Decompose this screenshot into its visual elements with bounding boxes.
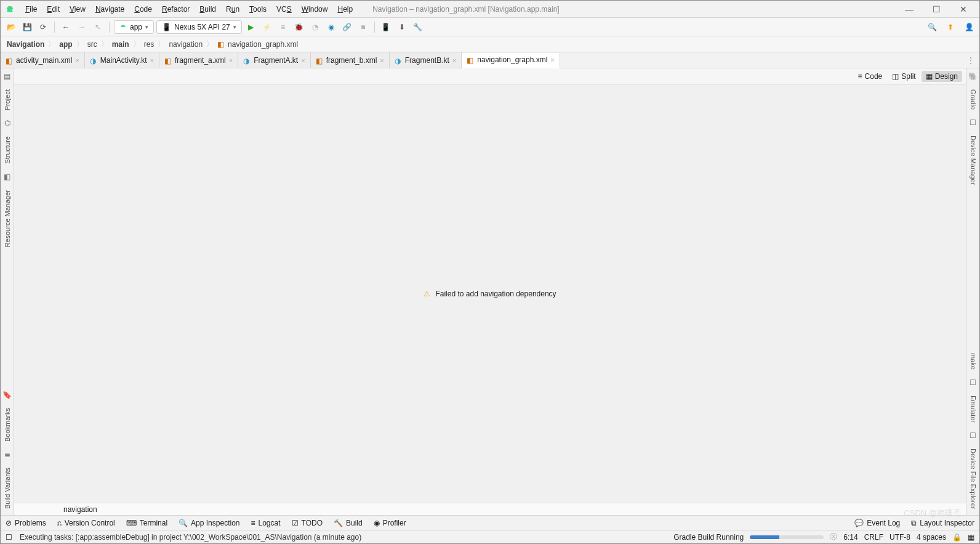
tabs-more-icon[interactable]: ⋮ (962, 56, 979, 65)
close-button[interactable]: ✕ (955, 4, 972, 14)
minimize-button[interactable]: — (901, 4, 918, 14)
menu-run[interactable]: Run (221, 4, 244, 15)
logcat-icon: ≡ (251, 519, 255, 527)
menu-build[interactable]: Build (195, 4, 221, 15)
tool-device-file-explorer[interactable]: Device File Explorer (970, 446, 977, 511)
tool-structure[interactable]: Structure (4, 134, 11, 166)
editor-area: ≡Code ◫Split ▦Design ⚠ Failed to add nav… (14, 68, 966, 515)
menu-vcs[interactable]: VCS (271, 4, 297, 15)
tool-terminal[interactable]: ⌨Terminal (126, 519, 167, 527)
status-icon[interactable]: ☐ (6, 533, 12, 542)
open-icon[interactable]: 📂 (4, 20, 18, 34)
cancel-icon[interactable]: ⓧ (830, 532, 837, 542)
memory-icon[interactable]: ▦ (968, 533, 974, 542)
app-logo-icon (4, 4, 15, 15)
menu-navigate[interactable]: Navigate (90, 4, 129, 15)
vcs-icon: ⎌ (57, 519, 62, 527)
breadcrumb-item[interactable]: navigation_graph.xml (228, 40, 298, 49)
menu-edit[interactable]: Edit (42, 4, 65, 15)
tool-todo[interactable]: ☑TODO (292, 519, 323, 527)
resource-icon: ◧ (4, 173, 10, 181)
sdk-manager-icon[interactable]: ⬇ (395, 20, 409, 34)
account-icon[interactable]: 👤 (962, 20, 976, 34)
breadcrumb-item[interactable]: main (112, 40, 129, 49)
tool-event-log[interactable]: 💬Event Log (854, 519, 900, 527)
tool-logcat[interactable]: ≡Logcat (251, 519, 280, 527)
view-code[interactable]: ≡Code (854, 71, 887, 82)
tool-device-manager[interactable]: Device Manager (970, 133, 977, 187)
tool-app-inspection[interactable]: 🔍App Inspection (179, 519, 239, 527)
tool-problems[interactable]: ⊘Problems (6, 519, 46, 527)
sync-icon[interactable]: ⟳ (36, 20, 50, 34)
stop-icon[interactable]: ■ (356, 20, 370, 34)
tab-activity-main[interactable]: ◧activity_main.xml× (1, 52, 85, 68)
device-selector[interactable]: 📱 Nexus 5X API 27 ▾ (156, 20, 242, 34)
tool-emulator[interactable]: Emulator (970, 393, 977, 425)
menu-code[interactable]: Code (129, 4, 157, 15)
tool-build[interactable]: 🔨Build (334, 519, 363, 527)
file-explorer-icon: ☐ (970, 431, 976, 440)
menu-tools[interactable]: Tools (244, 4, 271, 15)
resource-manager-icon[interactable]: 🔧 (411, 20, 425, 34)
lock-icon[interactable]: 🔒 (952, 533, 962, 542)
menu-help[interactable]: Help (332, 4, 358, 15)
breadcrumb-item[interactable]: res (144, 40, 155, 49)
undo-nav-icon[interactable]: ↖ (91, 20, 105, 34)
step-icon[interactable]: ≡ (276, 20, 290, 34)
tab-fragment-b-xml[interactable]: ◧fragment_b.xml× (311, 52, 390, 68)
tab-main-activity[interactable]: ◑MainActivity.kt× (85, 52, 159, 68)
editor-breadcrumb-text[interactable]: navigation (63, 505, 97, 514)
maximize-button[interactable]: ☐ (928, 4, 945, 14)
file-encoding[interactable]: UTF-8 (890, 533, 910, 542)
tool-resource-manager[interactable]: Resource Manager (4, 187, 11, 250)
avd-manager-icon[interactable]: 📱 (379, 20, 393, 34)
profile-icon[interactable]: ◉ (324, 20, 338, 34)
breadcrumb-item[interactable]: Navigation (7, 40, 44, 49)
save-icon[interactable]: 💾 (20, 20, 34, 34)
attach-debugger-icon[interactable]: 🔗 (340, 20, 354, 34)
run-icon[interactable]: ▶ (244, 20, 258, 34)
close-icon[interactable]: × (75, 57, 79, 64)
tab-fragment-b-kt[interactable]: ◑FragmentB.kt× (390, 52, 462, 68)
line-separator[interactable]: CRLF (864, 533, 883, 542)
breadcrumb-item[interactable]: navigation (169, 40, 203, 49)
tab-fragment-a-xml[interactable]: ◧fragment_a.xml× (159, 52, 238, 68)
tool-bookmarks[interactable]: Bookmarks (4, 405, 11, 444)
close-icon[interactable]: × (150, 57, 154, 64)
view-design[interactable]: ▦Design (922, 71, 962, 82)
menu-view[interactable]: View (65, 4, 90, 15)
tool-make[interactable]: make (970, 351, 977, 372)
tool-profiler[interactable]: ◉Profiler (374, 519, 406, 527)
menu-window[interactable]: Window (297, 4, 333, 15)
coverage-icon[interactable]: ◔ (308, 20, 322, 34)
close-icon[interactable]: × (550, 56, 554, 63)
design-surface[interactable]: ⚠ Failed to add navigation dependency (14, 84, 966, 503)
tool-build-variants[interactable]: Build Variants (4, 465, 11, 511)
ide-update-icon[interactable]: ⬆ (944, 20, 957, 34)
apply-changes-icon[interactable]: ⚡ (260, 20, 274, 34)
tool-gradle[interactable]: Gradle (970, 87, 977, 112)
tool-project[interactable]: Project (4, 87, 11, 113)
forward-icon[interactable]: → (75, 20, 89, 34)
cursor-position[interactable]: 6:14 (843, 533, 857, 542)
tool-layout-inspector[interactable]: ⧉Layout Inspector (911, 519, 974, 527)
view-split[interactable]: ◫Split (888, 71, 920, 82)
close-icon[interactable]: × (452, 57, 456, 64)
module-selector[interactable]: app ▾ (114, 20, 154, 34)
gradle-status: Gradle Build Running (673, 533, 744, 542)
tool-version-control[interactable]: ⎌Version Control (57, 519, 115, 527)
menu-file[interactable]: FFileile (20, 4, 42, 15)
close-icon[interactable]: × (301, 57, 305, 64)
close-icon[interactable]: × (380, 57, 384, 64)
breadcrumb-item[interactable]: app (59, 40, 72, 49)
debug-icon[interactable]: 🐞 (292, 20, 306, 34)
close-icon[interactable]: × (229, 57, 233, 64)
tab-navigation-graph[interactable]: ◧navigation_graph.xml× (462, 53, 560, 68)
indent-setting[interactable]: 4 spaces (917, 533, 946, 542)
search-icon[interactable]: 🔍 (925, 20, 939, 34)
breadcrumb-item[interactable]: src (87, 40, 97, 49)
menu-refactor[interactable]: Refactor (157, 4, 195, 15)
message-text: Failed to add navigation dependency (435, 290, 556, 298)
tab-fragment-a-kt[interactable]: ◑FragmentA.kt× (238, 52, 310, 68)
back-icon[interactable]: ← (59, 20, 73, 34)
